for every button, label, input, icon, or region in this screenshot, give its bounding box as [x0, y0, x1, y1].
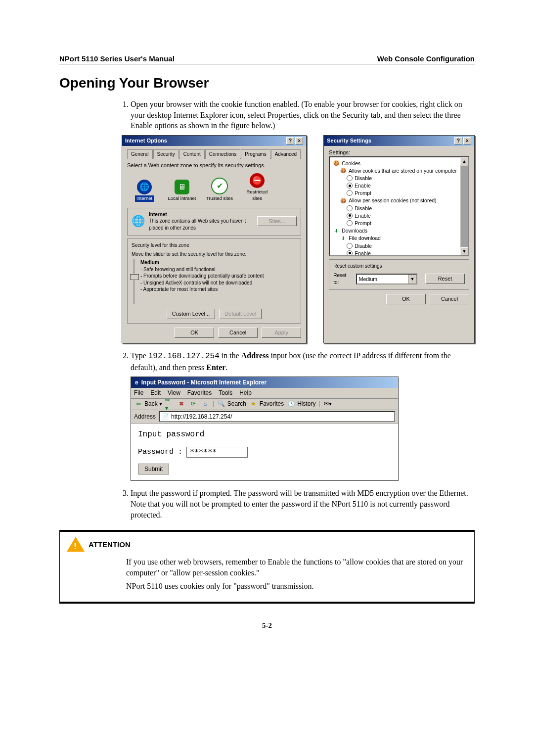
opt-prompt: Prompt: [355, 220, 371, 227]
warning-icon: !: [67, 537, 85, 552]
dialog-title: Security Settings: [327, 137, 371, 144]
node-file-download: File download: [349, 235, 381, 241]
forward-icon[interactable]: ⇨ ▾: [165, 400, 174, 409]
header-rule: [59, 64, 475, 64]
radio-disable[interactable]: [347, 205, 353, 211]
cookie-icon: 🍪: [340, 197, 347, 204]
reset-level-dropdown[interactable]: Medium: [356, 274, 417, 284]
security-slider[interactable]: [132, 259, 136, 304]
menu-file[interactable]: File: [134, 389, 143, 397]
favorites-button[interactable]: ★Favorites: [249, 400, 284, 409]
close-icon[interactable]: ×: [295, 137, 303, 144]
step-1: Open your browser with the cookie functi…: [131, 99, 475, 343]
scrollbar[interactable]: ▲ ▼: [460, 157, 468, 255]
radio-prompt[interactable]: [347, 220, 353, 226]
zone-trusted-sites[interactable]: ✔ Trusted sites: [204, 178, 235, 202]
apply-button[interactable]: Apply: [262, 328, 301, 338]
address-label: Address: [134, 413, 156, 421]
globe-icon: 🌐: [137, 180, 152, 194]
scroll-down-icon[interactable]: ▼: [460, 247, 468, 255]
reset-to-label: Reset to:: [333, 272, 352, 285]
zone-restricted-label: Restricted sites: [242, 189, 272, 202]
attention-title: ATTENTION: [89, 540, 131, 549]
back-label: Back: [144, 400, 158, 408]
dialog-title: Internet Options: [125, 137, 167, 144]
back-button[interactable]: ⇦Back ▾: [134, 400, 162, 409]
address-input[interactable]: 📄 http://192.168.127.254/: [159, 411, 395, 422]
ie-toolbar: ⇦Back ▾ ⇨ ▾ ✖ ⟳ ⌂ | 🔍Search ★Favorites 🕓…: [131, 399, 398, 410]
menu-edit[interactable]: Edit: [150, 389, 161, 397]
reset-level-value: Medium: [359, 276, 377, 283]
scroll-up-icon[interactable]: ▲: [460, 157, 468, 165]
search-label: Search: [227, 400, 246, 408]
slider-hint: Move the slider to set the security leve…: [132, 251, 297, 258]
zone-internet[interactable]: 🌐 Internet: [129, 180, 160, 202]
radio-disable[interactable]: [347, 243, 353, 249]
zone-local-intranet[interactable]: 🖥 Local intranet: [167, 180, 197, 202]
page-heading: Input password: [138, 429, 391, 440]
menu-favorites[interactable]: Favorites: [187, 389, 212, 397]
security-settings-dialog: Security Settings ? × Settings: ▲ ▼: [323, 135, 475, 343]
settings-tree[interactable]: ▲ ▼ 🍪Cookies 🍪Allow cookies that are sto…: [329, 156, 469, 256]
opt-disable: Disable: [355, 242, 372, 249]
favorites-icon: ★: [249, 400, 258, 409]
tab-security[interactable]: Security: [153, 149, 179, 159]
favorites-label: Favorites: [260, 400, 284, 408]
node-allow-stored: Allow cookies that are stored on your co…: [349, 167, 457, 174]
help-icon[interactable]: ?: [286, 137, 294, 144]
node-cookies: Cookies: [342, 160, 360, 167]
tab-connections[interactable]: Connections: [205, 149, 241, 159]
radio-disable[interactable]: [347, 175, 353, 181]
reset-button[interactable]: Reset: [425, 274, 465, 284]
cancel-button[interactable]: Cancel: [430, 294, 469, 304]
history-button[interactable]: 🕓History: [287, 400, 315, 409]
close-icon[interactable]: ×: [463, 137, 471, 144]
cancel-button[interactable]: Cancel: [218, 328, 258, 338]
tab-strip: General Security Content Connections Pro…: [127, 149, 301, 159]
ie-title-text: Input Password - Microsoft Internet Expl…: [141, 378, 267, 386]
zone-restricted-sites[interactable]: ⛔ Restricted sites: [242, 173, 272, 202]
step-3-text: Input the password if prompted. The pass…: [131, 489, 468, 519]
zone-trusted-label: Trusted sites: [206, 195, 233, 202]
ok-button[interactable]: OK: [386, 294, 426, 304]
step-3: Input the password if prompted. The pass…: [131, 488, 475, 520]
ie-page-icon: 📄: [162, 413, 169, 421]
step-2-mid: in the: [220, 351, 241, 360]
radio-prompt[interactable]: [347, 190, 353, 196]
home-icon[interactable]: ⌂: [201, 400, 210, 409]
opt-enable: Enable: [355, 182, 371, 189]
radio-enable[interactable]: [347, 183, 353, 189]
step-2: Type 192.168.127.254 in the Address inpu…: [131, 350, 475, 481]
security-level-box: Security level for this zone Move the sl…: [127, 238, 301, 324]
custom-level-button[interactable]: Custom Level...: [167, 309, 215, 319]
search-button[interactable]: 🔍Search: [217, 400, 246, 409]
password-label: Password :: [138, 447, 182, 457]
step-2-enter-word: Enter: [206, 363, 225, 372]
restricted-icon: ⛔: [250, 173, 265, 188]
internet-options-dialog: Internet Options ? × General Security Co…: [122, 135, 307, 343]
node-allow-session: Allow per-session cookies (not stored): [349, 197, 436, 204]
submit-button[interactable]: Submit: [138, 464, 169, 474]
mail-icon[interactable]: ✉▾: [323, 400, 332, 409]
stop-icon[interactable]: ✖: [177, 400, 186, 409]
opt-disable: Disable: [355, 175, 372, 182]
menu-tools[interactable]: Tools: [219, 389, 232, 397]
password-input[interactable]: ******: [186, 447, 248, 458]
sites-button[interactable]: Sites...: [257, 216, 297, 227]
help-icon[interactable]: ?: [454, 137, 462, 144]
scroll-thumb-icon[interactable]: [461, 166, 468, 247]
default-level-button[interactable]: Default Level: [219, 309, 262, 319]
tab-programs[interactable]: Programs: [241, 149, 270, 159]
menu-help[interactable]: Help: [239, 389, 252, 397]
radio-enable[interactable]: [347, 213, 353, 219]
slider-thumb-icon[interactable]: [130, 274, 139, 280]
refresh-icon[interactable]: ⟳: [189, 400, 198, 409]
radio-enable[interactable]: [347, 250, 353, 256]
tab-advanced[interactable]: Advanced: [271, 149, 301, 159]
tab-general[interactable]: General: [127, 149, 153, 159]
zone-heading: Internet: [149, 211, 253, 218]
bullet-1: - Safe browsing and still functional: [140, 266, 264, 273]
step-2-post2: .: [225, 363, 227, 372]
ok-button[interactable]: OK: [175, 328, 214, 338]
tab-content[interactable]: Content: [179, 149, 205, 159]
